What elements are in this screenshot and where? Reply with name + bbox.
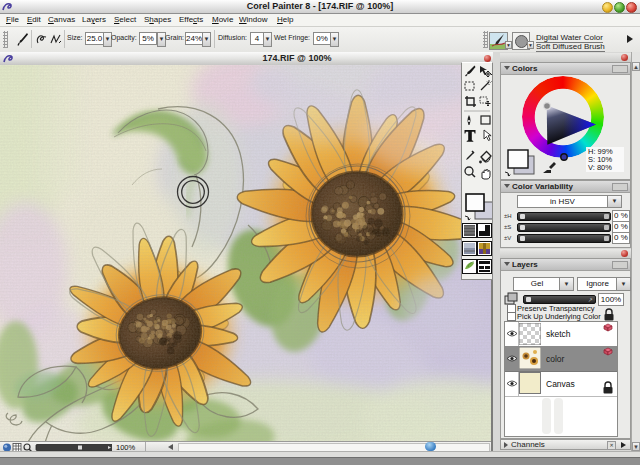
svg-text:V: 80%: V: 80%	[588, 163, 612, 172]
